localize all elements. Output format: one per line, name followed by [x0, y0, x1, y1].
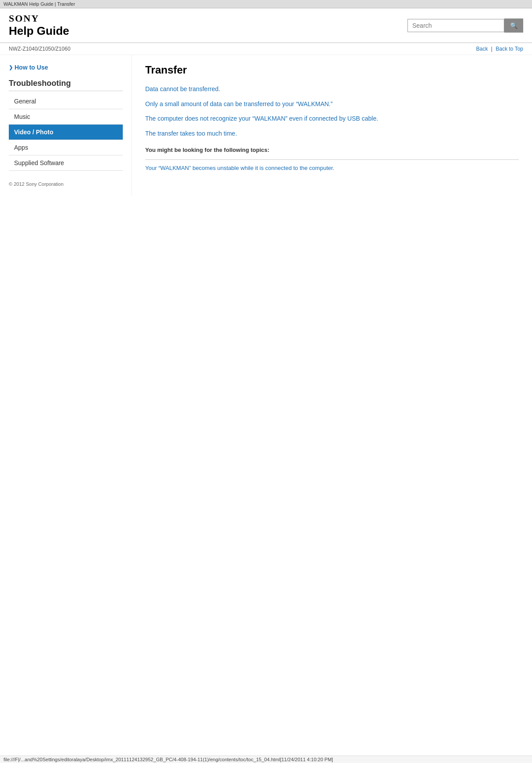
- content-link-1[interactable]: Data cannot be transferred.: [145, 85, 519, 94]
- sony-logo: SONY: [9, 13, 69, 24]
- sidebar-item-general[interactable]: General: [9, 94, 123, 109]
- back-to-top-link[interactable]: Back to Top: [496, 46, 523, 52]
- main-layout: How to Use Troubleshooting General Music…: [0, 55, 532, 195]
- help-guide-title: Help Guide: [9, 24, 69, 38]
- back-link[interactable]: Back: [476, 46, 488, 52]
- content-link-3[interactable]: The computer does not recognize your “WA…: [145, 114, 519, 123]
- nav-links: Back | Back to Top: [476, 46, 523, 52]
- search-input[interactable]: [407, 19, 504, 32]
- search-button[interactable]: 🔍: [504, 18, 523, 33]
- content-area: Transfer Data cannot be transferred. Onl…: [132, 55, 532, 195]
- page-title: Transfer: [145, 64, 519, 76]
- device-model: NWZ-Z1040/Z1050/Z1060: [9, 46, 70, 52]
- sidebar-troubleshooting-title: Troubleshooting: [9, 79, 123, 91]
- header-left: SONY Help Guide: [9, 13, 69, 38]
- nav-separator: |: [491, 46, 492, 52]
- header: SONY Help Guide 🔍: [0, 8, 532, 43]
- sidebar-item-apps[interactable]: Apps: [9, 140, 123, 155]
- sidebar-item-video-photo[interactable]: Video / Photo: [9, 125, 123, 140]
- search-area: 🔍: [407, 18, 523, 33]
- browser-title-bar: WALKMAN Help Guide | Transfer: [0, 0, 532, 8]
- content-link-4[interactable]: The transfer takes too much time.: [145, 129, 519, 138]
- sidebar-how-to-use[interactable]: How to Use: [9, 64, 123, 71]
- nav-bar: NWZ-Z1040/Z1050/Z1060 Back | Back to Top: [0, 43, 532, 55]
- related-topics-label: You might be looking for the following t…: [145, 147, 519, 153]
- sidebar-item-music[interactable]: Music: [9, 109, 123, 125]
- related-link-1[interactable]: Your “WALKMAN” becomes unstable while it…: [145, 164, 519, 172]
- content-link-2[interactable]: Only a small amount of data can be trans…: [145, 100, 519, 109]
- sidebar: How to Use Troubleshooting General Music…: [0, 55, 132, 195]
- sidebar-copyright: © 2012 Sony Corporation: [9, 181, 123, 187]
- related-topics-divider: [145, 159, 519, 160]
- sidebar-item-supplied-software[interactable]: Supplied Software: [9, 155, 123, 171]
- browser-title-text: WALKMAN Help Guide | Transfer: [4, 1, 75, 7]
